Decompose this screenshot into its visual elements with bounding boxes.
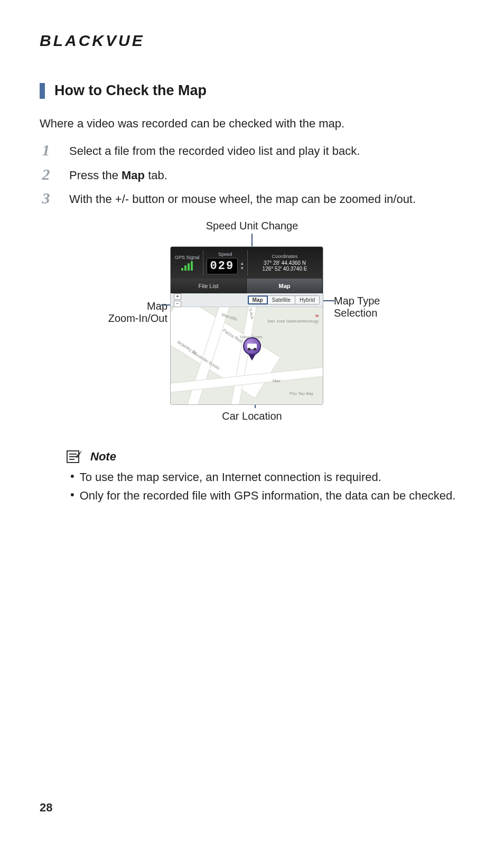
step-text-part: Press the: [69, 169, 122, 182]
step-2: 2 Press the Map tab.: [40, 168, 464, 183]
map-type-satellite-button[interactable]: Satellite: [268, 295, 296, 304]
step-text: With the +/- button or mouse wheel, the …: [69, 191, 416, 207]
signal-bars-icon: [181, 261, 193, 271]
divider: [247, 250, 248, 275]
tab-file-list[interactable]: File List: [171, 279, 247, 293]
chevron-down-icon: ▼: [240, 266, 244, 271]
section: How to Check the Map Where a video was r…: [40, 82, 464, 504]
section-intro: Where a video was recorded can be checke…: [40, 117, 464, 131]
steps-list: 1 Select a file from the recorded video …: [40, 143, 464, 207]
note-list: • To use the map service, an Internet co…: [70, 469, 464, 504]
poi-label: Pho Tau Bay: [290, 391, 313, 396]
step-text-bold: Map: [122, 169, 145, 182]
divider: [203, 250, 203, 275]
speed-value: 029: [207, 258, 238, 274]
speed-cell: Speed 029 ▲▼: [207, 250, 245, 275]
step-1: 1 Select a file from the recorded video …: [40, 143, 464, 159]
map-type-hybrid-button[interactable]: Hybrid: [295, 295, 320, 304]
step-number: 2: [40, 167, 52, 182]
device-top-bar: GPS Signal Speed 029 ▲▼ Coordinates: [171, 247, 323, 279]
callout-type-line1: Map Type: [334, 295, 380, 307]
poi-label: San Jose Gastroenterology: [267, 319, 319, 324]
callout-zoom-line1: Map: [108, 300, 167, 312]
section-heading: How to Check the Map: [40, 82, 464, 99]
step-number: 3: [40, 190, 52, 206]
coordinate-lon: 126° 52′ 40.3740 E: [263, 266, 307, 272]
note-heading: Note: [66, 449, 464, 464]
note-block: Note • To use the map service, an Intern…: [66, 449, 464, 504]
step-text-part: Select a file from the recorded video li…: [69, 144, 360, 158]
speed-unit-toggle[interactable]: ▲▼: [240, 262, 244, 271]
tab-map[interactable]: Map: [247, 279, 323, 293]
poi-label: Maz: [273, 378, 281, 383]
note-item: • To use the map service, an Internet co…: [70, 469, 464, 486]
callout-map-type: Map Type Selection: [334, 295, 380, 319]
map-figure: Speed Unit Change Map Zoom-In/Out Map Ty…: [67, 220, 437, 421]
step-text: Press the Map tab.: [69, 168, 167, 183]
section-title: How to Check the Map: [54, 82, 207, 99]
brand-logo: BLACKVUE: [40, 32, 464, 50]
map-canvas[interactable]: Mckinley Dr Alexander Bonito Piazza Rest…: [171, 307, 323, 405]
callout-speed-unit: Speed Unit Change: [206, 220, 298, 232]
car-pin-icon: [243, 337, 261, 361]
device-screenshot: GPS Signal Speed 029 ▲▼ Coordinates: [170, 246, 323, 405]
zoom-control: + −: [174, 293, 181, 307]
callout-type-line2: Selection: [334, 307, 380, 319]
gps-signal-cell: GPS Signal: [175, 250, 200, 275]
note-text: Only for the recorded file with GPS info…: [80, 488, 456, 504]
gps-label: GPS Signal: [175, 255, 200, 260]
section-bar-icon: [40, 83, 45, 99]
map-type-selector: Map Satellite Hybrid: [184, 295, 320, 304]
callout-zoom-line2: Zoom-In/Out: [108, 312, 167, 325]
device-map-toolbar: + − Map Satellite Hybrid: [171, 293, 323, 307]
note-item: • Only for the recorded file with GPS in…: [70, 488, 464, 504]
map-type-map-button[interactable]: Map: [248, 295, 268, 304]
speed-label: Speed: [218, 252, 232, 257]
note-title: Note: [90, 450, 116, 464]
coordinate-lat: 37° 28′ 44.4360 N: [264, 260, 306, 266]
callout-car-location: Car Location: [222, 410, 282, 422]
step-text: Select a file from the recorded video li…: [69, 143, 360, 159]
coordinates-cell: Coordinates 37° 28′ 44.4360 N 126° 52′ 4…: [251, 250, 319, 275]
note-text: To use the map service, an Internet conn…: [80, 469, 381, 486]
zoom-out-button[interactable]: −: [174, 301, 181, 307]
bullet-icon: •: [70, 469, 74, 483]
note-icon: [66, 449, 83, 464]
step-text-part: With the +/- button or mouse wheel, the …: [69, 192, 416, 206]
callout-zoom: Map Zoom-In/Out: [108, 300, 167, 325]
device-tabs: File List Map: [171, 279, 323, 293]
bullet-icon: •: [70, 488, 74, 502]
hospital-icon: H: [315, 313, 319, 318]
page-number: 28: [40, 801, 52, 815]
step-number: 1: [40, 142, 52, 158]
coords-label: Coordinates: [272, 254, 298, 259]
step-3: 3 With the +/- button or mouse wheel, th…: [40, 191, 464, 207]
zoom-in-button[interactable]: +: [174, 293, 181, 300]
chevron-up-icon: ▲: [240, 262, 244, 266]
step-text-part: tab.: [145, 169, 167, 182]
